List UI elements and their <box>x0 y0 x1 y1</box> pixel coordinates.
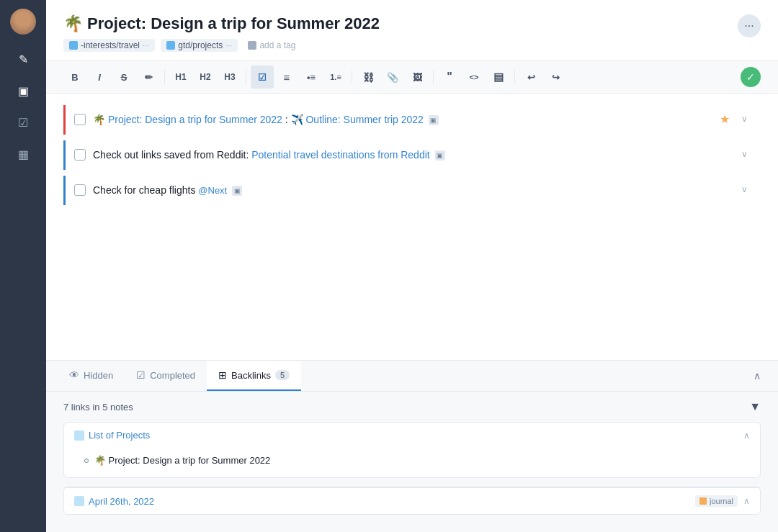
completed-tab[interactable]: ☑ Completed <box>125 361 207 391</box>
collapse-button[interactable]: ∧ <box>748 364 766 387</box>
tag-label-2: gtd/projects <box>178 40 223 50</box>
backlinks-summary-text: 7 links in 5 notes <box>63 402 133 412</box>
ordered-list-button[interactable]: 1.≡ <box>324 66 347 89</box>
bottom-panel: 👁 Hidden ☑ Completed ⊞ Backlinks 5 ∧ 7 l… <box>46 360 778 532</box>
todo-link-outline[interactable]: ✈️ Outline: Summer trip 2022 <box>291 114 424 125</box>
todo-checkbox-1[interactable] <box>74 114 86 125</box>
backlink-date-header-april[interactable]: April 26th, 2022 journal ∧ <box>64 487 760 514</box>
sync-icon: ✓ <box>741 67 761 87</box>
todo-text-before-3: Check for cheap flights <box>93 184 198 196</box>
image-button[interactable]: 🖼 <box>406 66 429 89</box>
backlinks-content: 7 links in 5 notes ▼ List of Projects ∧ … <box>46 392 778 532</box>
backlink-item-text-1: 🌴 Project: Design a trip for Summer 2022 <box>94 455 270 466</box>
backlink-expand-projects[interactable]: ∧ <box>743 430 750 441</box>
todo-item-2: Check out links saved from Reddit: Poten… <box>63 140 761 170</box>
tag-gtd-projects[interactable]: gtd/projects ··· <box>161 39 238 52</box>
backlinks-tab-label: Backlinks <box>231 370 271 381</box>
h2-button[interactable]: H2 <box>194 66 217 89</box>
avatar[interactable] <box>10 9 36 35</box>
expand-button-3[interactable]: ∨ <box>737 183 752 196</box>
backlinks-tab[interactable]: ⊞ Backlinks 5 <box>207 361 301 391</box>
backlink-date-label: April 26th, 2022 <box>89 496 154 507</box>
doc-icon-3: ▣ <box>232 186 242 196</box>
todo-separator: : <box>285 114 291 125</box>
backlink-group-label-projects: List of Projects <box>89 430 150 441</box>
backlink-date-title-april: April 26th, 2022 <box>74 496 154 507</box>
redo-button[interactable]: ↪ <box>544 66 567 89</box>
divider-3 <box>352 70 352 84</box>
bottom-tabs: 👁 Hidden ☑ Completed ⊞ Backlinks 5 ∧ <box>46 361 778 392</box>
divider-4 <box>433 70 434 84</box>
backlink-group-header-projects[interactable]: List of Projects ∧ <box>64 423 760 448</box>
code-button[interactable]: <> <box>462 66 486 89</box>
todo-tag-next[interactable]: @Next <box>198 185 227 196</box>
edit-icon[interactable]: ✎ <box>10 46 36 72</box>
doc-icon-2: ▣ <box>435 150 445 161</box>
pen-button[interactable]: ✏ <box>137 66 160 89</box>
content-area: 🌴 Project: Design a trip for Summer 2022… <box>46 94 778 360</box>
main-content: 🌴 Project: Design a trip for Summer 2022… <box>46 0 778 532</box>
todo-text-before-2: Check out links saved from Reddit: <box>93 149 251 161</box>
add-tag-icon <box>248 41 256 50</box>
divider-5 <box>514 70 515 84</box>
italic-button[interactable]: I <box>88 66 111 89</box>
calendar-icon[interactable]: ▦ <box>10 141 36 167</box>
quote-button[interactable]: " <box>438 66 461 89</box>
completed-tab-icon: ☑ <box>136 369 146 381</box>
backlink-group-projects: List of Projects ∧ 🌴 Project: Design a t… <box>63 422 761 478</box>
header: 🌴 Project: Design a trip for Summer 2022… <box>46 0 778 61</box>
journal-badge: journal <box>695 495 738 507</box>
link-button[interactable]: ⛓ <box>357 66 380 89</box>
tag-menu-dots-2[interactable]: ··· <box>225 41 232 50</box>
todo-text-2: Check out links saved from Reddit: Poten… <box>93 148 730 163</box>
add-tag-button[interactable]: add a tag <box>243 39 300 52</box>
todo-link-project[interactable]: 🌴 Project: Design a trip for Summer 2022 <box>93 114 282 125</box>
strikethrough-button[interactable]: S <box>112 66 135 89</box>
header-tags: -interests/travel ··· gtd/projects ··· a… <box>63 39 761 52</box>
bullet-list-button[interactable]: •≡ <box>300 66 323 89</box>
star-icon[interactable]: ★ <box>720 112 730 126</box>
h1-button[interactable]: H1 <box>169 66 192 89</box>
checkbox-icon[interactable]: ☑ <box>10 109 36 135</box>
bold-button[interactable]: B <box>63 66 86 89</box>
sidebar: ✎ ▣ ☑ ▦ <box>0 0 46 532</box>
backlink-item-1: 🌴 Project: Design a trip for Summer 2022 <box>84 451 750 470</box>
tag-menu-dots[interactable]: ··· <box>143 41 149 50</box>
todo-text-1: 🌴 Project: Design a trip for Summer 2022… <box>93 112 712 127</box>
backlink-group-title-projects: List of Projects <box>74 430 150 441</box>
checklist-button[interactable]: ☑ <box>251 66 274 89</box>
attach-button[interactable]: 📎 <box>381 66 404 89</box>
expand-button-2[interactable]: ∨ <box>737 148 752 161</box>
divider-2 <box>246 70 246 84</box>
backlink-bullet-1 <box>84 459 89 463</box>
hidden-tab[interactable]: 👁 Hidden <box>58 361 125 391</box>
expand-button-1[interactable]: ∨ <box>737 112 752 125</box>
tag-icon-blue <box>69 41 78 50</box>
undo-button[interactable]: ↩ <box>519 66 542 89</box>
divider-1 <box>164 70 165 84</box>
todo-link-reddit[interactable]: Potential travel destinations from Reddi… <box>251 149 429 161</box>
tag-label: -interests/travel <box>81 40 140 50</box>
filter-icon[interactable]: ▼ <box>749 400 761 413</box>
todo-checkbox-3[interactable] <box>74 184 86 196</box>
hidden-tab-icon: 👁 <box>69 369 79 381</box>
todo-checkbox-2[interactable] <box>74 149 86 161</box>
more-options-button[interactable]: ··· <box>738 14 761 37</box>
backlinks-count: 5 <box>275 370 290 380</box>
hidden-tab-label: Hidden <box>84 370 113 381</box>
table-button[interactable]: ▤ <box>487 66 510 89</box>
document-icon[interactable]: ▣ <box>10 78 36 104</box>
backlinks-tab-icon: ⊞ <box>218 369 227 381</box>
list-indent-button[interactable]: ≡ <box>275 66 298 89</box>
backlink-group-icon-projects <box>74 430 84 441</box>
backlink-date-icon-april <box>74 496 84 506</box>
backlink-expand-april[interactable]: ∧ <box>743 496 750 506</box>
tag-interests-travel[interactable]: -interests/travel ··· <box>63 39 155 52</box>
backlinks-summary: 7 links in 5 notes ▼ <box>63 400 761 413</box>
todo-item-3: Check for cheap flights @Next ▣ ∨ <box>63 176 761 205</box>
completed-tab-label: Completed <box>150 370 195 381</box>
doc-icon-1: ▣ <box>429 115 439 125</box>
h3-button[interactable]: H3 <box>218 66 241 89</box>
page-title: 🌴 Project: Design a trip for Summer 2022 <box>63 14 761 33</box>
todo-item-1: 🌴 Project: Design a trip for Summer 2022… <box>63 105 761 135</box>
